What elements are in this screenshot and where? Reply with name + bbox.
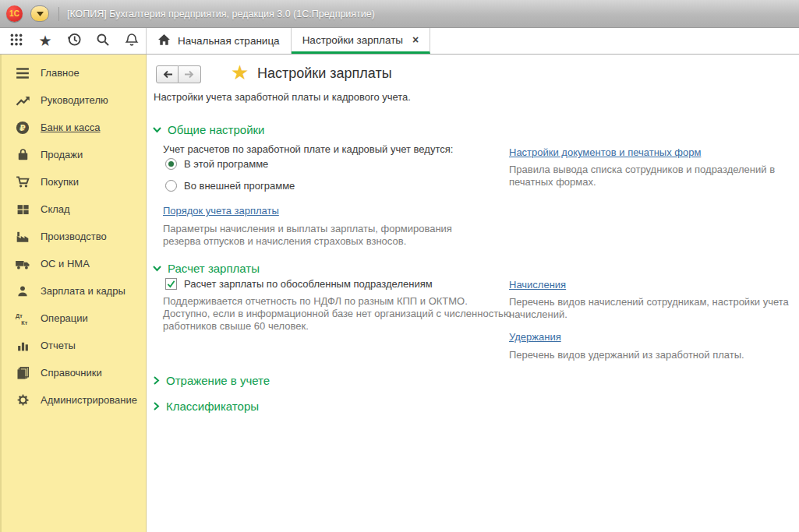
ruble-icon: ₽	[14, 120, 31, 136]
bag-icon	[14, 147, 31, 163]
sidebar-item-label: Администрирование	[41, 394, 137, 406]
bell-icon	[125, 33, 139, 50]
section-title: Классификаторы	[166, 400, 259, 413]
sidebar-item-main[interactable]: Главное	[2, 59, 146, 86]
star-icon: ★	[38, 33, 51, 48]
trend-icon	[14, 93, 31, 108]
radio-selected-icon[interactable]	[165, 158, 177, 170]
sidebar-item-label: Склад	[41, 203, 70, 215]
sidebar-item-bank-cash[interactable]: ₽ Банк и касса	[2, 114, 146, 141]
home-icon	[157, 33, 171, 48]
section-classifiers-header[interactable]: Классификаторы	[153, 400, 259, 413]
app-logo-1c-icon: 1С	[6, 5, 23, 22]
salary-accounting-order-link[interactable]: Порядок учета зарплаты	[163, 205, 279, 217]
barchart-icon	[14, 338, 31, 354]
section-general-header[interactable]: Общие настройки	[153, 123, 265, 136]
search-button[interactable]	[94, 33, 111, 50]
main-menu-button[interactable]	[30, 5, 49, 22]
back-button[interactable]	[156, 65, 179, 83]
main-content: ★ Настройки зарплаты Настройки учета зар…	[147, 55, 799, 532]
chevron-right-icon	[153, 402, 160, 410]
sidebar-item-label: Операции	[41, 312, 88, 324]
dtkt-icon: Дт Кт	[14, 311, 31, 326]
section-reflection-header[interactable]: Отражение в учете	[153, 374, 270, 387]
sidebar-item-label: Производство	[41, 231, 107, 242]
radio-external-program[interactable]: Во внешней программе	[165, 180, 295, 192]
window-title: [КОПИЯ] Бухгалтерия предприятия, редакци…	[67, 9, 375, 19]
radio-this-program[interactable]: В этой программе	[165, 158, 268, 170]
salary-accounting-order-desc: Параметры начисления и выплаты зарплаты,…	[163, 223, 475, 248]
chevron-down-icon	[153, 126, 161, 133]
sidebar-item-directories[interactable]: Справочники	[2, 359, 146, 386]
app-window: 1С [КОПИЯ] Бухгалтерия предприятия, реда…	[0, 0, 799, 532]
notifications-button[interactable]	[123, 33, 140, 50]
section-title: Расчет зарплаты	[168, 262, 260, 275]
sidebar-item-label: Покупки	[41, 176, 79, 188]
tab-salary-settings[interactable]: Настройки зарплаты ×	[292, 28, 431, 54]
favorite-star-icon[interactable]: ★	[231, 62, 249, 83]
svg-text:₽: ₽	[19, 122, 26, 132]
sidebar: Главное Руководителю ₽ Банк и касса	[0, 55, 147, 532]
history-button[interactable]	[65, 33, 83, 50]
sidebar-item-label: Главное	[41, 67, 80, 79]
svg-text:Кт: Кт	[21, 319, 27, 325]
books-icon	[14, 365, 31, 381]
title-bar: 1С [КОПИЯ] Бухгалтерия предприятия, реда…	[0, 0, 799, 28]
toolbar: ★	[0, 28, 799, 55]
history-clock-icon	[67, 32, 82, 50]
tab-label: Начальная страница	[178, 35, 280, 47]
radio-unselected-icon[interactable]	[165, 180, 177, 192]
nav-buttons	[156, 65, 201, 83]
sidebar-item-label: Зарплата и кадры	[41, 285, 126, 297]
deductions-desc: Перечень видов удержаний из заработной п…	[509, 349, 799, 361]
arrow-left-icon	[162, 70, 173, 79]
toolbar-icons: ★	[0, 28, 147, 54]
section-calc-header[interactable]: Расчет зарплаты	[153, 262, 260, 275]
section-title: Отражение в учете	[166, 374, 270, 387]
sidebar-item-sales[interactable]: Продажи	[2, 141, 146, 168]
person-icon	[14, 284, 31, 299]
chevron-down-icon	[37, 12, 44, 16]
section-title: Общие настройки	[168, 123, 265, 136]
document-print-settings-desc: Правила вывода списка сотрудников и подр…	[509, 164, 797, 188]
page-title: Настройки зарплаты	[257, 65, 392, 82]
separate-divisions-desc: Поддерживается отчетность по НДФЛ по раз…	[163, 295, 514, 333]
sidebar-item-label: Отчеты	[41, 340, 76, 351]
accruals-link[interactable]: Начисления	[509, 279, 566, 291]
radio-label: В этой программе	[184, 158, 268, 170]
page-subtitle: Настройки учета заработной платы и кадро…	[154, 91, 411, 103]
grid-menu-icon	[9, 33, 23, 50]
chevron-down-icon	[153, 265, 161, 272]
cart-icon	[14, 174, 31, 190]
sidebar-item-warehouse[interactable]: Склад	[2, 196, 146, 223]
tab-close-icon[interactable]: ×	[412, 33, 419, 46]
accruals-desc: Перечень видов начислений сотрудникам, н…	[509, 296, 799, 321]
search-icon	[96, 33, 110, 50]
checkbox-label: Расчет зарплаты по обособленным подразде…	[184, 278, 433, 290]
sidebar-item-production[interactable]: Производство	[2, 223, 146, 250]
arrow-right-icon	[184, 70, 195, 79]
deductions-link[interactable]: Удержания	[509, 331, 561, 343]
checkbox-separate-divisions[interactable]: Расчет зарплаты по обособленным подразде…	[165, 278, 433, 290]
checkbox-checked-icon[interactable]	[165, 278, 177, 290]
gear-icon	[14, 393, 31, 408]
forward-button[interactable]	[179, 65, 201, 83]
truck-icon	[14, 256, 31, 272]
sections-menu-button[interactable]	[8, 33, 25, 50]
sidebar-item-manager[interactable]: Руководителю	[2, 86, 146, 114]
warehouse-icon	[14, 202, 31, 217]
sidebar-item-label: ОС и НМА	[41, 258, 90, 270]
sidebar-item-fixed-assets[interactable]: ОС и НМА	[2, 250, 146, 277]
sidebar-item-salary-hr[interactable]: Зарплата и кадры	[2, 277, 146, 305]
radio-label: Во внешней программе	[184, 180, 295, 192]
favorites-button[interactable]: ★	[37, 33, 54, 50]
sidebar-item-purchases[interactable]: Покупки	[2, 168, 146, 196]
sidebar-item-label: Банк и касса	[41, 122, 101, 133]
document-print-settings-link[interactable]: Настройки документов и печатных форм	[509, 146, 701, 158]
tab-home-page[interactable]: Начальная страница	[147, 28, 292, 54]
chevron-right-icon	[153, 376, 160, 385]
svg-text:Дт: Дт	[16, 312, 23, 319]
sidebar-item-administration[interactable]: Администрирование	[2, 386, 146, 414]
sidebar-item-reports[interactable]: Отчеты	[2, 332, 146, 359]
sidebar-item-operations[interactable]: Дт Кт Операции	[2, 305, 146, 332]
